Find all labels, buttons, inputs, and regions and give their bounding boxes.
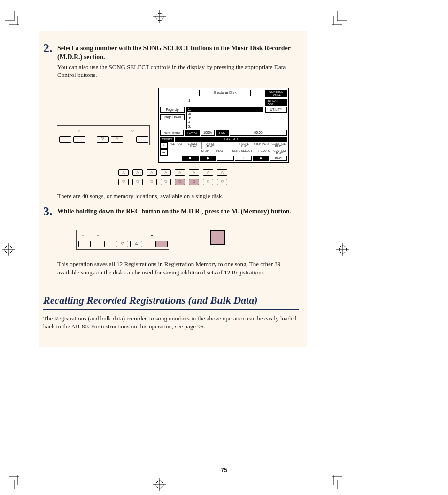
step-2: 2. Select a song number with the SONG SE… <box>39 44 307 79</box>
data-control-up-button[interactable]: △ <box>189 169 199 176</box>
rec-solid-icon: ● <box>151 233 153 237</box>
lcd-list-item[interactable]: 4: <box>187 120 263 124</box>
lcd-part-pedal[interactable]: PEDAL PLAY <box>236 142 253 149</box>
lcd-part-upper[interactable]: UPPER PLAY <box>202 142 219 149</box>
section-divider-bottom <box>43 309 299 310</box>
step-3-note: This operation saves all 12 Registration… <box>39 260 307 276</box>
section-divider-top <box>43 291 299 291</box>
lcd-screen: Electone Disk CONTROL PANEL 1: REPEAT PL… <box>158 88 289 163</box>
mdr-play-button[interactable] <box>93 241 105 247</box>
lcd-custom-play-button[interactable]: PLAY <box>270 156 287 161</box>
lcd-record-button[interactable]: ● <box>253 156 270 161</box>
mdr-panel-2: ▫ ▹ ● ▽ △ <box>76 230 169 250</box>
mdr-song-down-button[interactable]: ▽ <box>97 136 109 143</box>
lcd-part-kbp[interactable]: K.B.P. PLAY <box>253 142 270 149</box>
data-control-up-button[interactable]: △ <box>175 169 185 176</box>
step-2-sub: You can also use the SONG SELECT control… <box>57 63 299 79</box>
lcd-list-item[interactable]: 5: <box>187 124 263 129</box>
step-3-diagram: ▫ ▹ ● ▽ △ <box>39 230 307 250</box>
page-content: 2. Select a song number with the SONG SE… <box>39 31 307 347</box>
crop-mark-tl <box>5 11 19 27</box>
lcd-repeat-play-button[interactable]: REPEAT PLAY <box>265 99 287 106</box>
lcd-part-all[interactable]: ALL PLAY <box>168 142 185 149</box>
lcd-bottom-label: STOP <box>198 149 213 156</box>
data-control-down-button-highlighted[interactable]: ▽ <box>175 179 185 185</box>
lcd-part-lower[interactable]: LOWER PLAY <box>185 142 202 149</box>
lcd-page-up-button[interactable]: Page Up <box>160 107 185 113</box>
lcd-tempo-label: TEMPO <box>185 130 200 136</box>
stop-icon: ▫ <box>82 233 84 237</box>
lcd-control-panel-button[interactable]: CONTROL PANEL <box>265 90 287 97</box>
data-control-down-button[interactable]: ▽ <box>147 179 157 185</box>
lcd-norm-tempo-button[interactable]: Norm.Tempo <box>160 130 184 136</box>
section-title: Recalling Recorded Registrations (and Bu… <box>39 294 307 306</box>
step-2-heading: Select a song number with the SONG SELEC… <box>57 44 299 62</box>
step-2-number: 2. <box>43 42 57 54</box>
mdr-play-button[interactable] <box>73 136 85 143</box>
lcd-bottom-label: CUSTOM PLAY <box>272 149 287 156</box>
lcd-part-control[interactable]: CONTROL PLAY <box>270 142 287 149</box>
data-control-up-button[interactable]: △ <box>217 169 227 176</box>
lcd-time-label: TIME <box>216 130 229 136</box>
step-2-note: There are 40 songs, or memory locations,… <box>39 192 307 200</box>
lcd-page-down-button[interactable]: Page Down <box>160 114 185 120</box>
registration-mark-bottom <box>153 478 166 491</box>
mdr-panel: ▫ ▹ ○ ▽ △ <box>57 125 150 145</box>
step-3: 3. While holding down the REC button on … <box>39 207 307 218</box>
lcd-utility-button[interactable]: UTILITY <box>265 107 287 113</box>
data-control-up-button[interactable]: △ <box>118 169 129 176</box>
lcd-bottom-label: PLAY <box>212 149 227 156</box>
data-control-up-button[interactable]: △ <box>147 169 157 176</box>
mdr-song-up-button[interactable]: △ <box>130 241 142 247</box>
lcd-stop-button[interactable]: ■ <box>182 156 199 161</box>
lcd-list-item[interactable]: 3: <box>187 116 263 120</box>
data-control-down-button[interactable]: ▽ <box>203 179 213 185</box>
data-control-down-button-highlighted[interactable]: ▽ <box>189 179 199 185</box>
lcd-list-item[interactable]: 2: <box>187 112 263 116</box>
data-control-up-button[interactable]: △ <box>203 169 213 176</box>
stop-icon: ▫ <box>63 129 64 133</box>
lcd-time-value: 00:00 <box>230 130 287 136</box>
crop-mark-br <box>332 475 347 491</box>
step-3-number: 3. <box>43 206 57 218</box>
data-control-buttons: △ △ △ △ △ △ △ △ ▽ ▽ ▽ ▽ ▽ ▽ ▽ ▽ <box>118 169 227 185</box>
memory-button-highlighted[interactable] <box>210 230 225 245</box>
lcd-tempo-side: TEMPO <box>160 137 174 142</box>
lcd-tempo-value: 100% <box>201 130 215 136</box>
data-control-up-button[interactable]: △ <box>132 169 143 176</box>
crop-mark-bl <box>5 475 19 491</box>
section-body: The Registrations (and bulk data) record… <box>39 314 307 331</box>
lcd-title: Electone Disk <box>199 90 251 96</box>
data-control-down-button[interactable]: ▽ <box>217 179 227 185</box>
step-3-heading: While holding down the REC button on the… <box>57 207 291 216</box>
lcd-play-part-header: PLAY PART <box>175 137 287 142</box>
data-control-down-button[interactable]: ▽ <box>132 179 143 185</box>
registration-mark-right <box>336 243 349 256</box>
lcd-play-button[interactable]: ▶ <box>200 156 216 161</box>
play-icon: ▹ <box>78 129 80 133</box>
mdr-rec-button-highlighted[interactable] <box>155 241 168 247</box>
play-icon: ▹ <box>97 233 99 237</box>
step-2-diagram: ▫ ▹ ○ ▽ △ Electone Disk CONTROL PANEL <box>39 88 307 163</box>
mdr-rec-button[interactable] <box>136 136 148 143</box>
lcd-song-plus-button[interactable]: + <box>235 156 252 161</box>
crop-mark-tr <box>332 11 347 27</box>
registration-mark-top <box>153 10 166 23</box>
data-control-up-button[interactable]: △ <box>161 169 171 176</box>
mdr-song-up-button[interactable]: △ <box>111 136 123 143</box>
mdr-stop-button[interactable] <box>78 241 91 247</box>
rec-icon: ○ <box>131 129 134 133</box>
mdr-song-down-button[interactable]: ▽ <box>116 241 128 247</box>
mdr-stop-button[interactable] <box>59 136 71 143</box>
data-control-down-button[interactable]: ▽ <box>118 179 129 185</box>
lcd-tempo-minus-button[interactable]: − <box>160 149 168 156</box>
lcd-bottom-label: RECORD <box>257 149 272 156</box>
lcd-bottom-label: SONG SELECT <box>227 149 257 156</box>
registration-mark-left <box>2 243 15 256</box>
lcd-song-minus-button[interactable]: − <box>217 156 234 161</box>
lcd-list-item-selected[interactable]: 1: <box>187 107 263 112</box>
lcd-tempo-plus-button[interactable]: + <box>160 142 168 149</box>
data-control-down-button[interactable]: ▽ <box>161 179 171 185</box>
page-number: 75 <box>0 467 448 473</box>
lcd-list-header: 1: <box>185 99 265 106</box>
